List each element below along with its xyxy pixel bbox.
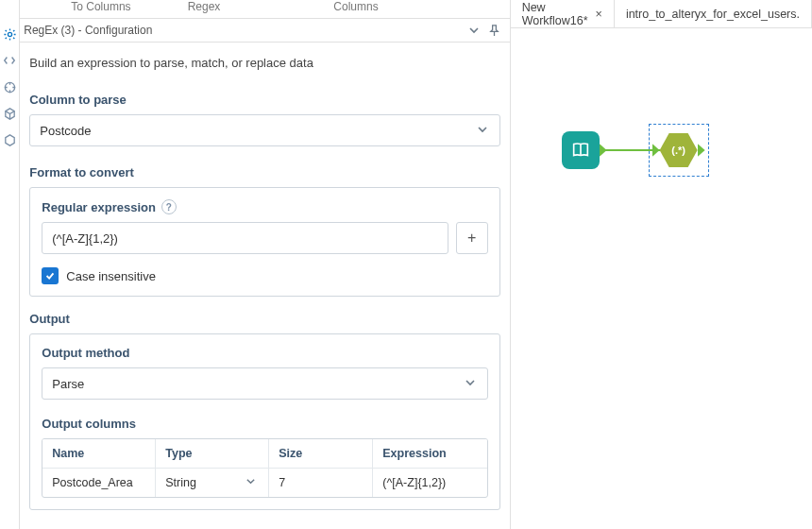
section-column-to-parse: Column to parse bbox=[29, 93, 499, 107]
close-icon[interactable]: × bbox=[596, 8, 602, 21]
select-value: Postcode bbox=[40, 124, 476, 138]
section-format: Format to convert bbox=[29, 165, 499, 179]
tool-tab[interactable]: Regex bbox=[188, 0, 221, 18]
help-icon[interactable]: ? bbox=[161, 199, 177, 214]
workflow-canvas[interactable]: (.*) bbox=[511, 28, 812, 529]
chevron-down-icon bbox=[477, 124, 490, 137]
chevron-down-icon bbox=[245, 476, 259, 489]
canvas-tab[interactable]: New Workflow16* × bbox=[511, 0, 615, 27]
svg-point-0 bbox=[8, 32, 11, 36]
regex-input[interactable] bbox=[42, 222, 448, 254]
output-group: Output method Parse Output columns Name … bbox=[29, 333, 499, 510]
panel-title: RegEx (3) - Configuration bbox=[24, 24, 460, 37]
case-insensitive-label: Case insensitive bbox=[66, 269, 156, 283]
select-value: Parse bbox=[52, 377, 464, 391]
add-expression-button[interactable]: + bbox=[456, 222, 488, 254]
canvas-tab[interactable]: intro_to_alteryx_for_excel_users. bbox=[615, 0, 812, 27]
col-expression: Expression bbox=[373, 439, 486, 468]
target-icon[interactable] bbox=[2, 79, 17, 94]
chevron-down-icon bbox=[465, 377, 478, 390]
tab-label: intro_to_alteryx_for_excel_users. bbox=[626, 8, 800, 21]
col-name: Name bbox=[42, 439, 156, 468]
table-row[interactable]: Postcode_Area String 7 (^[A-Z]{1,2}) bbox=[42, 468, 486, 497]
regex-label-row: Regular expression ? bbox=[42, 199, 487, 214]
panel-body: Build an expression to parse, match, or … bbox=[20, 43, 509, 529]
tool-tab-row: To Columns Regex Columns bbox=[20, 0, 509, 19]
col-size: Size bbox=[269, 439, 373, 468]
gear-icon[interactable] bbox=[2, 26, 17, 42]
section-output: Output bbox=[29, 312, 499, 326]
cell-size[interactable]: 7 bbox=[269, 468, 373, 497]
pin-icon[interactable] bbox=[487, 23, 502, 38]
cube-icon[interactable] bbox=[2, 106, 17, 121]
output-method-select[interactable]: Parse bbox=[42, 367, 487, 400]
tab-label: New Workflow16* bbox=[522, 1, 588, 27]
code-icon[interactable] bbox=[2, 53, 17, 68]
column-to-parse-select[interactable]: Postcode bbox=[29, 114, 499, 146]
output-columns-grid: Name Type Size Expression Postcode_Area … bbox=[42, 438, 487, 498]
input-data-node[interactable] bbox=[562, 131, 600, 169]
canvas-tab-bar: New Workflow16* × intro_to_alteryx_for_e… bbox=[511, 0, 812, 28]
output-method-label: Output method bbox=[42, 346, 487, 360]
config-panel: To Columns Regex Columns RegEx (3) - Con… bbox=[20, 0, 510, 529]
chevron-down-icon[interactable] bbox=[466, 23, 482, 38]
output-columns-label: Output columns bbox=[42, 417, 487, 431]
panel-intro: Build an expression to parse, match, or … bbox=[29, 56, 499, 70]
cell-name[interactable]: Postcode_Area bbox=[42, 468, 156, 497]
col-type: Type bbox=[156, 439, 269, 468]
side-toolbar bbox=[0, 0, 20, 529]
panel-header: RegEx (3) - Configuration bbox=[20, 19, 509, 43]
regex-label: Regular expression bbox=[42, 200, 156, 214]
format-group: Regular expression ? + Case insensitive bbox=[29, 187, 499, 297]
case-insensitive-row[interactable]: Case insensitive bbox=[42, 267, 487, 284]
cell-type[interactable]: String bbox=[156, 468, 269, 497]
tool-tab[interactable]: To Columns bbox=[71, 0, 130, 18]
cell-expression: (^[A-Z]{1,2}) bbox=[373, 468, 486, 497]
workflow-canvas-panel: New Workflow16* × intro_to_alteryx_for_e… bbox=[511, 0, 812, 529]
regex-node-label: (.*) bbox=[671, 145, 685, 156]
checkbox-checked-icon[interactable] bbox=[42, 267, 59, 284]
tool-tab[interactable]: Columns bbox=[333, 0, 378, 18]
grid-header-row: Name Type Size Expression bbox=[42, 439, 486, 468]
hex-icon[interactable] bbox=[2, 132, 17, 147]
